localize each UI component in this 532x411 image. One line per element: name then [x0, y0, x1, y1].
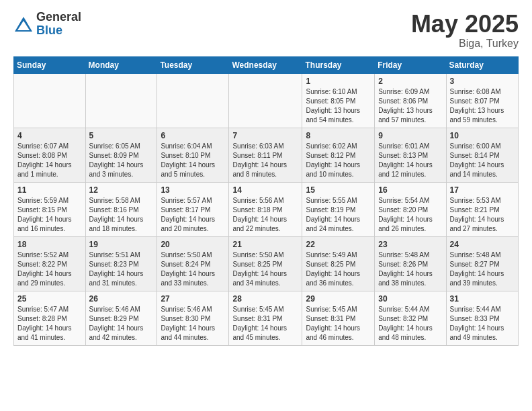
calendar-cell: 18Sunrise: 5:52 AMSunset: 8:22 PMDayligh…: [14, 236, 86, 291]
calendar-cell: 14Sunrise: 5:56 AMSunset: 8:18 PMDayligh…: [229, 182, 302, 236]
day-info-line: Sunrise: 5:52 AM: [17, 251, 69, 259]
day-info: Sunrise: 6:00 AMSunset: 8:14 PMDaylight:…: [450, 142, 515, 179]
day-info-line: Sunrise: 5:59 AM: [17, 197, 69, 204]
day-info-line: Sunset: 8:05 PM: [306, 97, 355, 105]
day-info-line: Daylight: 14 hours and 38 minutes.: [378, 270, 433, 287]
day-info-line: Sunset: 8:11 PM: [232, 152, 282, 159]
day-number: 18: [17, 240, 82, 249]
day-info: Sunrise: 6:09 AMSunset: 8:06 PMDaylight:…: [378, 87, 442, 125]
day-info-line: Sunset: 8:33 PM: [450, 315, 500, 322]
day-info-line: Daylight: 13 hours and 59 minutes.: [450, 107, 504, 124]
day-number: 29: [306, 294, 371, 304]
day-info-line: Sunrise: 6:02 AM: [306, 142, 357, 150]
day-info-line: Sunrise: 6:03 AM: [232, 142, 283, 150]
header-friday: Friday: [375, 56, 446, 73]
day-number: 2: [378, 77, 442, 86]
calendar-cell: 15Sunrise: 5:55 AMSunset: 8:19 PMDayligh…: [302, 182, 375, 236]
day-info: Sunrise: 6:03 AMSunset: 8:11 PMDaylight:…: [232, 142, 298, 179]
day-info-line: Daylight: 14 hours and 16 minutes.: [17, 216, 72, 232]
day-info-line: Sunrise: 5:49 AM: [306, 251, 357, 259]
day-number: 16: [378, 185, 442, 195]
calendar-cell: 13Sunrise: 5:57 AMSunset: 8:17 PMDayligh…: [157, 182, 229, 236]
day-info-line: Daylight: 14 hours and 33 minutes.: [161, 270, 215, 287]
day-info: Sunrise: 5:52 AMSunset: 8:22 PMDaylight:…: [17, 250, 82, 288]
day-number: 12: [89, 185, 154, 195]
day-number: 20: [161, 240, 225, 249]
day-info-line: Sunset: 8:31 PM: [306, 315, 355, 322]
day-info-line: Sunrise: 5:58 AM: [89, 197, 140, 204]
day-info-line: Sunrise: 6:08 AM: [450, 88, 501, 95]
day-info-line: Sunset: 8:29 PM: [89, 315, 139, 322]
day-info-line: Sunrise: 5:56 AM: [232, 197, 283, 204]
day-number: 24: [450, 240, 515, 249]
day-info-line: Sunrise: 5:50 AM: [232, 251, 283, 259]
day-info: Sunrise: 5:50 AMSunset: 8:24 PMDaylight:…: [161, 250, 225, 288]
header-monday: Monday: [85, 56, 157, 73]
day-info-line: Daylight: 14 hours and 22 minutes.: [232, 216, 287, 232]
day-info-line: Sunset: 8:31 PM: [232, 315, 282, 322]
day-info-line: Sunset: 8:13 PM: [378, 152, 428, 159]
day-info-line: Sunset: 8:15 PM: [17, 206, 67, 214]
day-info-line: Daylight: 14 hours and 18 minutes.: [89, 216, 144, 232]
day-info-line: Sunset: 8:08 PM: [17, 152, 67, 159]
header-tuesday: Tuesday: [157, 56, 229, 73]
header-thursday: Thursday: [302, 56, 375, 73]
weekday-row: Sunday Monday Tuesday Wednesday Thursday…: [14, 56, 519, 73]
calendar-cell: 28Sunrise: 5:45 AMSunset: 8:31 PMDayligh…: [229, 291, 302, 345]
day-info-line: Sunset: 8:14 PM: [450, 152, 500, 159]
calendar-cell: 27Sunrise: 5:46 AMSunset: 8:30 PMDayligh…: [157, 291, 229, 345]
day-info-line: Sunset: 8:09 PM: [89, 152, 139, 159]
day-number: 28: [232, 294, 298, 304]
day-info-line: Sunset: 8:19 PM: [306, 206, 355, 214]
day-info-line: Sunrise: 5:55 AM: [306, 197, 357, 204]
day-info-line: Daylight: 14 hours and 44 minutes.: [161, 324, 215, 341]
day-info-line: Daylight: 14 hours and 42 minutes.: [89, 324, 144, 341]
day-info-line: Sunset: 8:17 PM: [161, 206, 210, 214]
day-info-line: Daylight: 14 hours and 46 minutes.: [306, 324, 360, 341]
day-info-line: Daylight: 14 hours and 45 minutes.: [232, 324, 287, 341]
day-info-line: Daylight: 14 hours and 24 minutes.: [306, 216, 360, 232]
calendar-cell: 10Sunrise: 6:00 AMSunset: 8:14 PMDayligh…: [446, 128, 518, 182]
day-number: 4: [17, 131, 82, 140]
title-block: May 2025 Biga, Turkey: [411, 11, 519, 50]
day-info-line: Daylight: 14 hours and 14 minutes.: [450, 161, 504, 178]
day-info-line: Sunrise: 6:05 AM: [89, 142, 140, 150]
day-number: 27: [161, 294, 225, 304]
calendar-cell: 9Sunrise: 6:01 AMSunset: 8:13 PMDaylight…: [375, 128, 446, 182]
day-info: Sunrise: 5:47 AMSunset: 8:28 PMDaylight:…: [17, 305, 82, 342]
day-number: 26: [89, 294, 154, 304]
calendar-cell: 6Sunrise: 6:04 AMSunset: 8:10 PMDaylight…: [157, 128, 229, 182]
day-info-line: Sunset: 8:30 PM: [161, 315, 210, 322]
calendar-body: 1Sunrise: 6:10 AMSunset: 8:05 PMDaylight…: [14, 73, 519, 345]
day-info: Sunrise: 5:54 AMSunset: 8:20 PMDaylight:…: [378, 196, 442, 234]
day-info-line: Daylight: 14 hours and 36 minutes.: [306, 270, 360, 287]
day-info: Sunrise: 6:04 AMSunset: 8:10 PMDaylight:…: [161, 142, 225, 179]
day-number: 21: [232, 240, 298, 249]
day-number: 31: [450, 294, 515, 304]
day-number: 19: [89, 240, 154, 249]
header-sunday: Sunday: [14, 56, 86, 73]
day-info-line: Sunset: 8:10 PM: [161, 152, 210, 159]
calendar-week-5: 25Sunrise: 5:47 AMSunset: 8:28 PMDayligh…: [14, 291, 519, 345]
day-info-line: Daylight: 14 hours and 10 minutes.: [306, 161, 360, 178]
calendar-cell: 25Sunrise: 5:47 AMSunset: 8:28 PMDayligh…: [14, 291, 86, 345]
calendar-cell: [14, 73, 86, 128]
day-info-line: Daylight: 14 hours and 26 minutes.: [378, 216, 433, 232]
day-number: 13: [161, 185, 225, 195]
calendar-cell: [229, 73, 302, 128]
day-info: Sunrise: 5:57 AMSunset: 8:17 PMDaylight:…: [161, 196, 225, 234]
day-info-line: Sunrise: 5:46 AM: [161, 306, 212, 313]
day-number: 25: [17, 294, 82, 304]
calendar-cell: 11Sunrise: 5:59 AMSunset: 8:15 PMDayligh…: [14, 182, 86, 236]
day-info-line: Daylight: 13 hours and 54 minutes.: [306, 107, 360, 124]
day-info: Sunrise: 6:01 AMSunset: 8:13 PMDaylight:…: [378, 142, 442, 179]
calendar-cell: 26Sunrise: 5:46 AMSunset: 8:29 PMDayligh…: [85, 291, 157, 345]
day-info-line: Daylight: 14 hours and 39 minutes.: [450, 270, 504, 287]
day-info-line: Sunset: 8:28 PM: [17, 315, 67, 322]
day-info-line: Sunrise: 6:04 AM: [161, 142, 212, 150]
day-info: Sunrise: 6:02 AMSunset: 8:12 PMDaylight:…: [306, 142, 371, 179]
day-info-line: Sunset: 8:16 PM: [89, 206, 139, 214]
calendar-cell: [157, 73, 229, 128]
day-info-line: Sunrise: 5:45 AM: [306, 306, 357, 313]
calendar-week-2: 4Sunrise: 6:07 AMSunset: 8:08 PMDaylight…: [14, 128, 519, 182]
